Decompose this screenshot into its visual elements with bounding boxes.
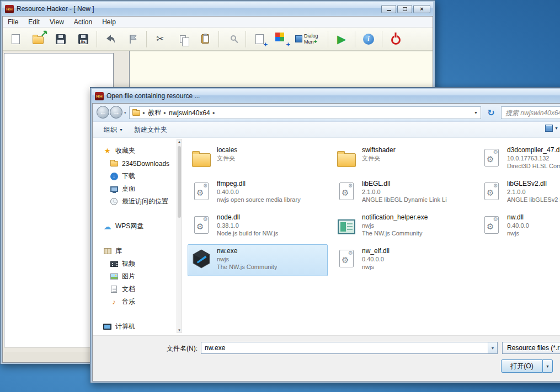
maximize-icon	[403, 7, 407, 11]
folder-icon	[337, 153, 356, 167]
file-item-libegl-dll[interactable]: ⚙⚙ libEGL.dll2.1.0.0ANGLE libEGL Dynamic…	[333, 177, 473, 209]
sidebar-item-desktop[interactable]: 桌面	[93, 182, 181, 195]
sidebar-item-computer[interactable]: 计算机	[93, 320, 181, 333]
chevron-icon[interactable]: ▸	[164, 110, 166, 115]
dialog-titlebar[interactable]: RH Open file containing resource ...	[92, 89, 560, 103]
dialog-menu-label: Dialog Men+	[304, 33, 318, 45]
sidebar-item-2345downloads[interactable]: 2345Downloads	[93, 157, 181, 170]
chevron-down-icon: ▼	[491, 346, 495, 350]
breadcrumb-item-nwjswin40x64[interactable]: nwjswin40x64	[169, 109, 210, 117]
chevron-down-icon: ▼	[546, 364, 550, 368]
sidebar-item-documents[interactable]: 文档	[93, 283, 181, 296]
file-item-swiftshader[interactable]: swiftshader文件夹	[333, 143, 473, 175]
breadcrumb-item-jiaocheng[interactable]: 教程	[148, 108, 161, 117]
cut-button[interactable]: ✂	[150, 29, 170, 49]
sidebar-scrollbar[interactable]: ▲ ▼	[177, 139, 182, 333]
save-as-button[interactable]: As	[73, 29, 94, 49]
rh-toolbar: As ✂ +	[3, 28, 433, 51]
sidebar-item-libraries[interactable]: 库	[93, 245, 181, 257]
scroll-up-icon[interactable]: ▲	[177, 140, 182, 143]
menu-file[interactable]: File	[3, 18, 23, 26]
close-button[interactable]: ×	[413, 5, 430, 13]
maximize-button[interactable]	[397, 5, 412, 13]
desktop: RH Resource Hacker - [ New ] × File Edit…	[0, 0, 560, 392]
back-button[interactable]	[100, 29, 121, 49]
file-item-notification-helper-exe[interactable]: notification_helper.exenwjsThe NW.js Com…	[333, 211, 473, 243]
open-dropdown-button[interactable]: ▼	[543, 359, 553, 373]
file-item-locales[interactable]: locales文件夹	[188, 143, 328, 175]
filetype-dropdown[interactable]: Resource files (*.r	[502, 342, 560, 354]
flag-icon	[128, 34, 138, 45]
open-split-button: 打开(O) ▼	[501, 359, 553, 373]
dialog-grid-icon	[295, 35, 302, 42]
change-view-button[interactable]: ▼	[545, 125, 558, 132]
filename-dropdown-button[interactable]: ▼	[488, 342, 497, 353]
toolbar-separator	[355, 31, 355, 47]
save-button[interactable]	[50, 29, 71, 49]
resource-hacker-icon: RH	[5, 5, 14, 13]
file-item-libglesv2-dll[interactable]: ⚙⚙ libGLESv2.dll2.1.0.0ANGLE libGLESv2 D	[478, 177, 560, 209]
sidebar-item-recent-places[interactable]: 最近访问的位置	[93, 195, 181, 208]
window-controls: ×	[381, 5, 430, 13]
menu-view[interactable]: View	[45, 18, 69, 26]
minimize-icon	[387, 10, 391, 11]
nav-history-dropdown[interactable]: ▾	[124, 111, 126, 115]
sidebar-item-downloads[interactable]: ↓下载	[93, 170, 181, 182]
sidebar-item-videos[interactable]: 视频	[93, 257, 181, 270]
paste-button[interactable]	[195, 29, 216, 49]
document-icon	[255, 34, 264, 44]
file-item-nw-dll[interactable]: ⚙⚙ nw.dll0.40.0.0nwjs	[478, 211, 560, 243]
dll-file-icon: ⚙⚙	[339, 182, 354, 200]
filename-combobox: ▼	[201, 342, 498, 354]
rh-titlebar[interactable]: RH Resource Hacker - [ New ] ×	[2, 2, 433, 16]
organize-button[interactable]: 组织 ▼	[99, 123, 127, 136]
power-icon	[391, 35, 401, 45]
picture-icon	[110, 273, 118, 280]
filename-input[interactable]	[201, 342, 488, 353]
toolbar-separator	[328, 31, 328, 47]
file-item-node-dll[interactable]: ⚙⚙ node.dll0.38.1.0Node.js build for NW.…	[188, 211, 328, 243]
add-resource-button[interactable]: +	[249, 29, 270, 49]
file-item-d3dcompiler-47-dll[interactable]: ⚙⚙ d3dcompiler_47.dll10.0.17763.132Direc…	[478, 143, 560, 175]
chevron-icon[interactable]: ▸	[143, 110, 145, 115]
dialog-menu-button[interactable]: Dialog Men+	[294, 29, 325, 49]
copy-button[interactable]	[172, 29, 193, 49]
sidebar-spacer	[93, 208, 181, 220]
refresh-button[interactable]: ↻	[484, 106, 498, 119]
open-button[interactable]: 打开(O)	[501, 359, 543, 373]
new-folder-button[interactable]: 新建文件夹	[130, 123, 172, 136]
add-image-resource-button[interactable]: +	[271, 29, 292, 49]
find-button[interactable]	[222, 29, 243, 49]
nav-forward-button[interactable]: →	[110, 106, 122, 119]
sidebar-item-favorites[interactable]: ★收藏夹	[93, 144, 181, 157]
sidebar-item-wps-cloud[interactable]: ☁WPS网盘	[93, 220, 181, 233]
run-button[interactable]: ▶	[331, 29, 352, 49]
new-file-button[interactable]	[5, 29, 26, 49]
file-item-nw-elf-dll[interactable]: ⚙⚙ nw_elf.dll0.40.0.0nwjs	[333, 244, 473, 276]
breadcrumb[interactable]: ▸ 教程 ▸ nwjswin40x64 ▸ ▼	[129, 106, 481, 119]
computer-icon	[103, 324, 111, 330]
open-file-button[interactable]	[28, 29, 49, 49]
exit-button[interactable]	[385, 29, 406, 49]
rh-window-title: Resource Hacker - [ New ]	[17, 5, 94, 13]
file-item-ffmpeg-dll[interactable]: ⚙⚙ ffmpeg.dll0.40.0.0nwjs open source me…	[188, 177, 328, 209]
info-button[interactable]: i	[358, 29, 379, 49]
sidebar-item-music[interactable]: ♪音乐	[93, 296, 181, 308]
scrollbar-thumb[interactable]	[178, 146, 181, 218]
nav-back-button[interactable]: ←	[97, 106, 109, 119]
menu-help[interactable]: Help	[97, 18, 121, 26]
star-icon: ★	[104, 147, 111, 155]
toolbar-separator	[246, 31, 246, 47]
menu-edit[interactable]: Edit	[23, 18, 45, 26]
forward-button[interactable]	[122, 29, 143, 49]
sidebar-item-pictures[interactable]: 图片	[93, 270, 181, 283]
menu-action[interactable]: Action	[69, 18, 97, 26]
minimize-button[interactable]	[381, 5, 396, 13]
address-dropdown-icon[interactable]: ▼	[474, 111, 478, 115]
search-input[interactable]	[502, 107, 560, 119]
toolbar-separator	[218, 31, 219, 47]
file-item-nw-exe[interactable]: nw.exenwjsThe NW.js Community	[188, 244, 328, 276]
scroll-down-icon[interactable]: ▼	[177, 329, 182, 332]
chevron-icon[interactable]: ▸	[213, 110, 215, 115]
file-browser-area: ★收藏夹 2345Downloads ↓下载 桌面 最近访问的位置 ☁WPS网盘…	[93, 138, 560, 335]
